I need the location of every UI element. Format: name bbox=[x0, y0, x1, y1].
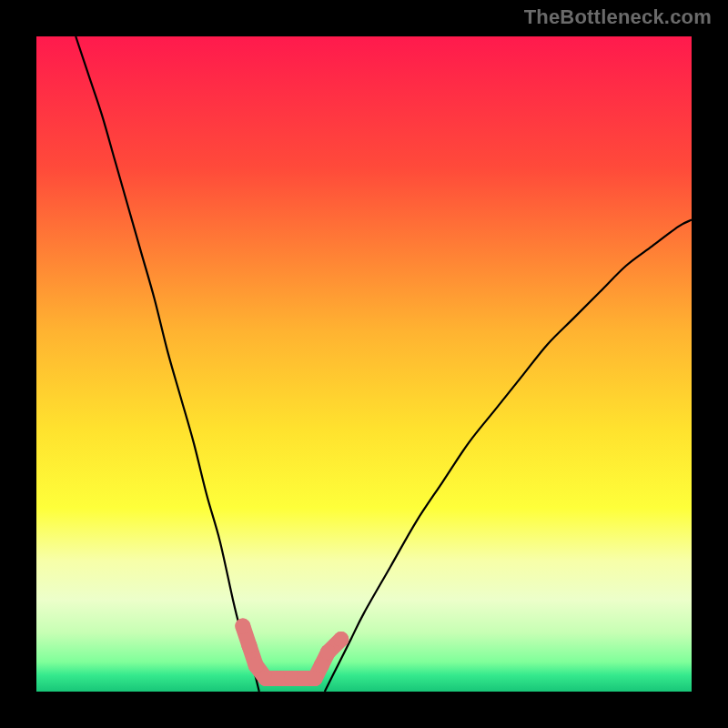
watermark-text: TheBottleneck.com bbox=[524, 5, 712, 29]
plot-area bbox=[36, 36, 692, 692]
svg-rect-0 bbox=[36, 36, 692, 692]
chart-frame: TheBottleneck.com bbox=[0, 0, 728, 728]
gradient-background bbox=[36, 36, 692, 692]
